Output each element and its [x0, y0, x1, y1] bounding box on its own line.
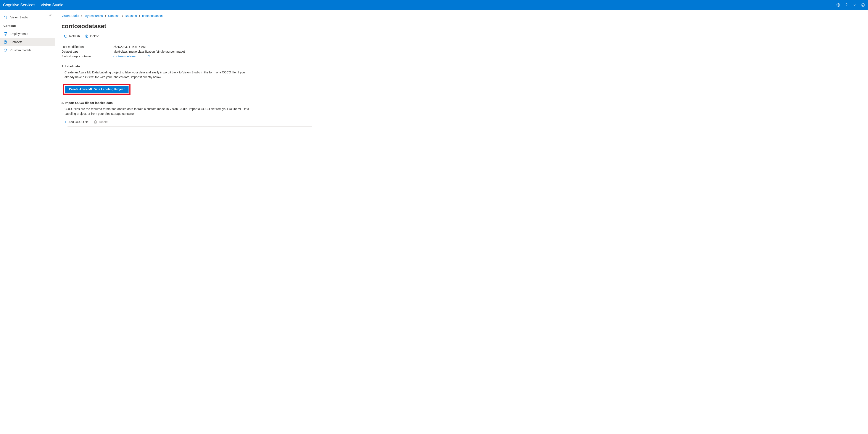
blob-container-link[interactable]: contosocontainer: [114, 55, 136, 58]
chevron-right-icon: ❯: [138, 15, 141, 17]
dataset-type-value: Multi-class image classification (single…: [114, 50, 185, 53]
sidebar-item-deployments[interactable]: Deployments: [0, 30, 55, 38]
blob-container-label: Blob storage container: [61, 55, 114, 58]
detail-last-modified: Last modified on 2/21/2023, 11:53:15 AM: [61, 45, 862, 49]
delete-coco-button: Delete: [94, 120, 107, 124]
deployments-icon: [3, 32, 7, 36]
breadcrumb: Vision Studio ❯ My resources ❯ Contoso ❯…: [61, 14, 862, 18]
home-icon: [3, 16, 7, 19]
chevron-right-icon: ❯: [81, 15, 83, 17]
detail-blob-container: Blob storage container contosocontainer: [61, 55, 862, 58]
sidebar: Vision Studio Contoso Deployments Datase…: [0, 10, 55, 434]
highlight-annotation: Create Azure ML Data Labeling Project: [63, 84, 130, 95]
header-title-group: Cognitive Services | Vision Studio: [3, 3, 63, 7]
svg-point-1: [861, 3, 865, 7]
custom-models-icon: [3, 48, 7, 52]
sidebar-home[interactable]: Vision Studio: [0, 13, 55, 22]
divider: [55, 41, 868, 41]
svg-rect-5: [5, 32, 6, 33]
sidebar-item-datasets[interactable]: Datasets: [0, 38, 55, 46]
coco-actions: + Add COCO file Delete: [64, 120, 862, 126]
delete-coco-label: Delete: [99, 120, 107, 124]
detail-dataset-type: Dataset type Multi-class image classific…: [61, 50, 862, 53]
settings-icon[interactable]: [836, 3, 840, 7]
section2-title: 2. Import COCO file for labeled data: [61, 101, 862, 105]
page-title: contosodataset: [61, 23, 862, 30]
section2-desc: COCO files are the required format for l…: [64, 107, 255, 116]
refresh-label: Refresh: [69, 34, 80, 38]
feedback-smile-icon[interactable]: [861, 3, 865, 7]
collapse-sidebar-icon[interactable]: [49, 13, 52, 18]
refresh-icon: [64, 34, 67, 38]
sidebar-item-label: Custom models: [10, 49, 31, 52]
last-modified-value: 2/21/2023, 11:53:15 AM: [114, 45, 146, 49]
divider: [67, 126, 312, 127]
main-content: Vision Studio ❯ My resources ❯ Contoso ❯…: [55, 10, 868, 434]
app-name: Cognitive Services: [3, 3, 35, 7]
svg-point-7: [4, 40, 7, 41]
chevron-right-icon: ❯: [104, 15, 106, 17]
add-coco-file-button[interactable]: + Add COCO file: [64, 120, 89, 124]
section1-title: 1. Label data: [61, 64, 862, 68]
refresh-button[interactable]: Refresh: [64, 34, 80, 38]
sidebar-item-custom-models[interactable]: Custom models: [0, 46, 55, 54]
svg-point-0: [838, 4, 839, 6]
chevron-down-icon[interactable]: [852, 3, 857, 7]
svg-rect-4: [4, 32, 4, 33]
datasets-icon: [3, 40, 7, 44]
breadcrumb-datasets[interactable]: Datasets: [125, 14, 137, 18]
delete-button[interactable]: Delete: [85, 34, 99, 38]
trash-icon: [94, 120, 97, 124]
sidebar-section-contoso: Contoso: [0, 22, 55, 30]
svg-rect-6: [6, 32, 7, 33]
header-actions: ?: [836, 3, 865, 7]
create-labeling-project-button[interactable]: Create Azure ML Data Labeling Project: [65, 86, 128, 93]
section-label-data: 1. Label data Create an Azure ML Data La…: [61, 64, 862, 95]
header-divider: |: [37, 3, 38, 7]
plus-icon: +: [64, 120, 67, 124]
sidebar-item-label: Deployments: [10, 32, 28, 35]
breadcrumb-vision-studio[interactable]: Vision Studio: [61, 14, 79, 18]
add-coco-label: Add COCO file: [69, 120, 89, 124]
section1-desc: Create an Azure ML Data Labeling project…: [64, 70, 255, 80]
layout: Vision Studio Contoso Deployments Datase…: [0, 10, 868, 434]
external-link-icon[interactable]: [148, 55, 150, 58]
sidebar-home-label: Vision Studio: [10, 16, 28, 19]
app-subtitle: Vision Studio: [41, 3, 63, 7]
dataset-type-label: Dataset type: [61, 50, 114, 53]
breadcrumb-my-resources[interactable]: My resources: [84, 14, 102, 18]
delete-label: Delete: [90, 34, 99, 38]
sidebar-item-label: Datasets: [10, 40, 22, 44]
breadcrumb-contoso[interactable]: Contoso: [108, 14, 120, 18]
breadcrumb-current: contosodataset: [142, 14, 163, 18]
toolbar: Refresh Delete: [64, 34, 862, 41]
section-import-coco: 2. Import COCO file for labeled data COC…: [61, 101, 862, 126]
chevron-right-icon: ❯: [121, 15, 123, 17]
app-header: Cognitive Services | Vision Studio ?: [0, 0, 868, 10]
help-icon[interactable]: ?: [844, 3, 848, 7]
last-modified-label: Last modified on: [61, 45, 114, 49]
trash-icon: [85, 34, 89, 38]
